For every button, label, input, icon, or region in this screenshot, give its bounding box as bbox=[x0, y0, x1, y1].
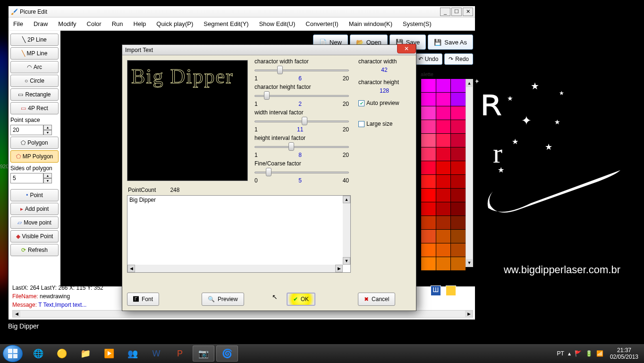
taskbar-messenger[interactable]: 👥 bbox=[122, 346, 144, 362]
menu-help[interactable]: Help bbox=[132, 19, 148, 29]
menu-file[interactable]: File bbox=[11, 19, 25, 29]
start-button[interactable] bbox=[3, 345, 23, 362]
tool-point[interactable]: •Point bbox=[10, 189, 59, 201]
tray-network-icon[interactable]: 📶 bbox=[596, 350, 603, 357]
cancel-button[interactable]: ✖Cancel bbox=[358, 293, 395, 306]
palette-color[interactable] bbox=[436, 189, 451, 202]
hscroll-left[interactable]: ◀ bbox=[127, 265, 135, 272]
vscroll-down[interactable]: ▼ bbox=[343, 257, 350, 265]
ok-button[interactable]: ✔OK bbox=[287, 293, 315, 306]
palette-color[interactable] bbox=[451, 79, 466, 92]
palette-color[interactable] bbox=[436, 120, 451, 133]
slider-width_factor[interactable] bbox=[254, 65, 349, 75]
tool-polygon[interactable]: ⬠Polygon bbox=[10, 137, 59, 149]
horizontal-scrollbar[interactable]: ◀ ▶ bbox=[12, 310, 473, 318]
palette-color[interactable] bbox=[421, 161, 436, 174]
palette-color[interactable] bbox=[421, 106, 436, 120]
tool-4prect[interactable]: ▭4P Rect bbox=[10, 102, 59, 114]
menu-system[interactable]: System(S) bbox=[401, 19, 433, 29]
palette-color[interactable] bbox=[421, 243, 436, 257]
palette-color[interactable] bbox=[436, 161, 451, 174]
palette-color[interactable] bbox=[451, 230, 466, 243]
taskbar-media[interactable]: ▶️ bbox=[98, 346, 120, 362]
slider-height_factor[interactable] bbox=[254, 90, 349, 101]
palette-color[interactable] bbox=[451, 189, 466, 202]
taskbar-explorer[interactable]: 📁 bbox=[75, 346, 96, 362]
large-size-checkbox[interactable]: Large size bbox=[358, 121, 410, 127]
undo-button[interactable]: ↶Undo bbox=[414, 53, 443, 65]
redo-button[interactable]: ↷Redo bbox=[444, 53, 473, 65]
hscroll-right[interactable]: ▶ bbox=[335, 265, 343, 272]
tool-movepoint[interactable]: ▱Move point bbox=[10, 216, 59, 229]
slider-height_interval[interactable] bbox=[254, 141, 349, 152]
palette-color[interactable] bbox=[436, 106, 451, 120]
bottom-icon-1[interactable]: Ш bbox=[431, 285, 441, 296]
textarea-hscroll[interactable]: ◀ ▶ bbox=[127, 265, 343, 272]
palette-color[interactable] bbox=[436, 243, 451, 257]
tool-circle[interactable]: ○Circle bbox=[10, 75, 59, 87]
palette-color[interactable] bbox=[451, 202, 466, 216]
point-space-input[interactable] bbox=[10, 125, 43, 135]
taskbar-word[interactable]: W bbox=[145, 346, 167, 362]
taskbar-app2[interactable]: 🌀 bbox=[216, 346, 238, 362]
menu-color[interactable]: Color bbox=[85, 19, 103, 29]
menu-showedit[interactable]: Show Edit(U) bbox=[257, 19, 297, 29]
vscroll-up[interactable]: ▲ bbox=[343, 196, 350, 203]
palette-color[interactable] bbox=[421, 147, 436, 161]
slider-fine_coarse[interactable] bbox=[254, 167, 349, 177]
palette-color[interactable] bbox=[421, 93, 436, 106]
auto-preview-checkbox[interactable]: ✔Auto preview bbox=[358, 100, 410, 106]
spin-up[interactable]: ▲ bbox=[43, 125, 52, 130]
tool-mppolygon[interactable]: ⬠MP Polygon bbox=[10, 150, 59, 163]
tool-2pline[interactable]: ╲2P Line bbox=[10, 34, 59, 46]
palette-color[interactable] bbox=[436, 175, 451, 188]
menu-draw[interactable]: Draw bbox=[32, 19, 50, 29]
palette-color[interactable] bbox=[451, 243, 466, 257]
menu-segmentedit[interactable]: Segment Edit(Y) bbox=[202, 19, 250, 29]
palette-color[interactable] bbox=[436, 216, 451, 229]
palette-color[interactable] bbox=[436, 257, 451, 270]
close-button[interactable]: ✕ bbox=[463, 8, 473, 16]
palette-color[interactable] bbox=[451, 216, 466, 229]
palette-color[interactable] bbox=[421, 175, 436, 188]
palette-color[interactable] bbox=[436, 93, 451, 106]
tray-lang[interactable]: PT bbox=[557, 350, 564, 357]
palette-color[interactable] bbox=[436, 202, 451, 216]
palette-color[interactable] bbox=[421, 189, 436, 202]
hscroll-right[interactable]: ▶ bbox=[465, 311, 473, 317]
slider-width_interval[interactable] bbox=[254, 116, 349, 126]
maximize-button[interactable]: ☐ bbox=[451, 8, 462, 16]
scroll-down[interactable]: ▼ bbox=[466, 259, 473, 267]
menu-run[interactable]: Run bbox=[110, 19, 125, 29]
taskbar-chrome[interactable]: 🟡 bbox=[51, 346, 73, 362]
dialog-close-button[interactable]: ✕ bbox=[397, 44, 416, 53]
tool-refresh[interactable]: ⟳Refresh bbox=[10, 244, 59, 256]
taskbar-app1[interactable]: 📷 bbox=[193, 346, 214, 362]
saveas-button[interactable]: 💾Save As bbox=[428, 35, 473, 50]
palette-color[interactable] bbox=[421, 216, 436, 229]
spin-down-2[interactable]: ▼ bbox=[43, 178, 52, 183]
palette-color[interactable] bbox=[421, 257, 436, 270]
taskbar-powerpoint[interactable]: P bbox=[169, 346, 191, 362]
palette-color[interactable] bbox=[421, 134, 436, 147]
menu-modify[interactable]: Modify bbox=[56, 19, 78, 29]
palette-color[interactable] bbox=[436, 134, 451, 147]
tool-rectangle[interactable]: ▭Rectangle bbox=[10, 88, 59, 101]
tray-flag-icon[interactable]: 🚩 bbox=[575, 350, 582, 357]
palette-color[interactable] bbox=[451, 134, 466, 147]
palette-color[interactable] bbox=[436, 147, 451, 161]
palette-color[interactable] bbox=[451, 257, 466, 270]
tray-arrow-icon[interactable]: ▴ bbox=[568, 350, 571, 357]
minimize-button[interactable]: _ bbox=[440, 8, 450, 16]
tray-battery-icon[interactable]: 🔋 bbox=[585, 350, 593, 357]
palette-color[interactable] bbox=[451, 120, 466, 133]
text-input-area[interactable]: Big Dipper ▲ ▼ ◀ ▶ bbox=[127, 195, 351, 273]
palette-color[interactable] bbox=[421, 79, 436, 92]
palette-color[interactable] bbox=[436, 230, 451, 243]
preview-button[interactable]: 🔍Preview bbox=[202, 293, 244, 306]
textarea-vscroll[interactable]: ▲ ▼ bbox=[343, 196, 350, 265]
spin-down[interactable]: ▼ bbox=[43, 130, 52, 135]
bottom-icon-2[interactable] bbox=[446, 285, 456, 296]
palette-color[interactable] bbox=[451, 106, 466, 120]
menu-quickplay[interactable]: Quick play(P) bbox=[154, 19, 195, 29]
